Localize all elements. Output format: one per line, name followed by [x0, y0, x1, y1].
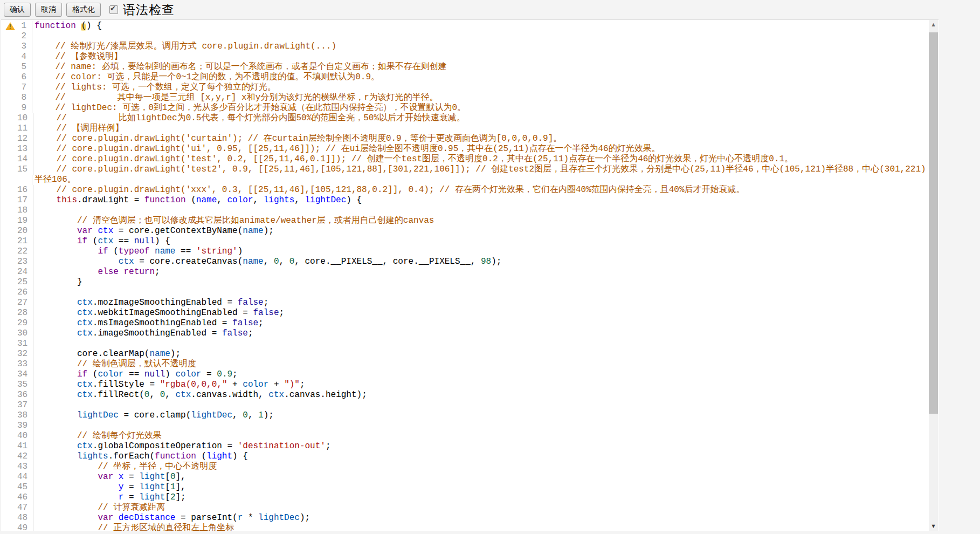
code-line[interactable]: if (ctx == null) { [33, 236, 929, 247]
code-token: null [144, 369, 165, 379]
code-token: = parseInt( [175, 513, 237, 523]
code-line[interactable]: ctx.imageSmoothingEnabled = false; [33, 328, 929, 339]
code-line[interactable]: 半径106。 [32, 175, 929, 185]
code-line[interactable]: // 绘制色调层，默认不透明度 [33, 359, 929, 369]
code-token: // 比如lightDec为0.5代表，每个灯光部分内圈50%的范围全亮，50%… [36, 113, 465, 123]
code-editor[interactable]: 1function () {23 // 绘制灯光/漆黑层效果。调用方式 core… [1, 19, 938, 531]
gutter: 20 [1, 226, 33, 236]
line-number: 28 [17, 308, 33, 318]
confirm-button[interactable]: 确认 [4, 3, 31, 17]
code-line[interactable]: // core.plugin.drawLight('ui', 0.95, [[2… [33, 144, 929, 154]
code-token [93, 226, 98, 236]
code-line[interactable]: // core.plugin.drawLight('xxx', 0.3, [[2… [33, 185, 929, 195]
gutter: 27 [1, 298, 33, 308]
code-line[interactable]: lights.forEach(function (light) { [33, 451, 929, 462]
code-token: y [119, 482, 124, 492]
code-row: 12 // core.plugin.drawLight('curtain'); … [1, 134, 929, 144]
code-token: [ [165, 472, 170, 482]
code-line[interactable]: ctx.fillStyle = "rgba(0,0,0," + color + … [33, 380, 929, 390]
code-line[interactable]: ctx.mozImageSmoothingEnabled = false; [33, 298, 929, 308]
line-number: 8 [17, 93, 32, 103]
code-row: 32 core.clearMap(name); [1, 349, 929, 359]
gutter: 23 [1, 257, 33, 267]
code-line[interactable]: function () { [32, 21, 929, 31]
code-line[interactable] [33, 400, 929, 410]
cancel-button[interactable]: 取消 [35, 3, 62, 17]
code-token [36, 226, 77, 236]
code-line[interactable]: ctx.msImageSmoothingEnabled = false; [33, 318, 929, 328]
code-line[interactable]: // 正方形区域的直径和左上角坐标 [33, 523, 929, 531]
code-line[interactable]: // 清空色调层；也可以修改成其它层比如animate/weather层，或者用… [33, 216, 929, 226]
scrollbar-up-button[interactable]: ▲ [929, 20, 938, 29]
line-number: 37 [17, 400, 33, 410]
code-line[interactable]: y = light[1], [33, 482, 929, 492]
code-rows[interactable]: 1function () {23 // 绘制灯光/漆黑层效果。调用方式 core… [1, 20, 929, 531]
code-token: 0 [160, 390, 165, 400]
code-line[interactable]: else return; [33, 267, 929, 277]
code-line[interactable] [33, 206, 929, 216]
code-line[interactable]: // 其中每一项是三元组 [x,y,r] x和y分别为该灯光的横纵坐标，r为该灯… [32, 93, 929, 103]
gutter-marker-cell [1, 523, 17, 531]
gutter-marker-cell [1, 175, 17, 185]
code-row: 42 lights.forEach(function (light) { [1, 451, 929, 462]
code-line[interactable]: // lights: 可选，一个数组，定义了每个独立的灯光。 [32, 83, 929, 93]
scrollbar-thumb[interactable] [929, 32, 938, 414]
code-line[interactable] [33, 421, 929, 431]
code-token: function [155, 451, 196, 461]
code-line[interactable]: this.drawLight = function (name, color, … [33, 195, 929, 206]
code-line[interactable]: r = light[2]; [33, 492, 929, 503]
code-token: false [253, 308, 279, 318]
code-line[interactable] [33, 339, 929, 349]
code-line[interactable] [32, 31, 929, 42]
code-row: 19 // 清空色调层；也可以修改成其它层比如animate/weather层，… [1, 216, 929, 226]
scrollbar-down-button[interactable]: ▼ [929, 522, 938, 531]
code-line[interactable]: lightDec = core.clamp(lightDec, 0, 1); [33, 410, 929, 421]
code-token: ) { [232, 451, 248, 461]
code-line[interactable]: // 【参数说明】 [32, 52, 929, 62]
code-line[interactable]: } [33, 277, 929, 287]
code-token: , [279, 257, 289, 266]
code-line[interactable]: if (color == null) color = 0.9; [33, 369, 929, 380]
code-line[interactable]: var x = light[0], [33, 472, 929, 482]
code-line[interactable]: // lightDec: 可选，0到1之间，光从多少百分比才开始衰减（在此范围内… [32, 103, 929, 113]
code-line[interactable]: // core.plugin.drawLight('curtain'); // … [33, 134, 929, 144]
code-line[interactable]: ctx.globalCompositeOperation = 'destinat… [33, 441, 929, 451]
code-line[interactable]: // 坐标，半径，中心不透明度 [33, 462, 929, 472]
code-line[interactable]: ctx.webkitImageSmoothingEnabled = false; [33, 308, 929, 318]
code-line[interactable]: // name: 必填，要绘制到的画布名；可以是一个系统画布，或者是个自定义画布… [32, 62, 929, 72]
code-line[interactable]: // 绘制每个灯光效果 [33, 431, 929, 441]
line-number: 20 [17, 226, 33, 236]
code-line[interactable]: ctx = core.createCanvas(name, 0, 0, core… [33, 257, 929, 267]
code-line[interactable]: // 计算衰减距离 [33, 503, 929, 513]
code-token [36, 257, 119, 266]
gutter: 31 [1, 339, 33, 349]
code-line[interactable]: core.clearMap(name); [33, 349, 929, 359]
code-token: ; [326, 441, 331, 451]
line-number: 6 [17, 72, 32, 83]
gutter-marker-cell [1, 369, 17, 380]
line-number: 16 [17, 185, 33, 195]
code-line[interactable]: // 绘制灯光/漆黑层效果。调用方式 core.plugin.drawLight… [32, 42, 929, 52]
syntax-check-checkbox[interactable]: ✔ [109, 5, 118, 14]
line-number: 26 [17, 287, 33, 298]
code-line[interactable]: // 比如lightDec为0.5代表，每个灯光部分内圈50%的范围全亮，50%… [33, 113, 929, 124]
code-line[interactable]: // 【调用样例】 [33, 124, 929, 134]
code-line[interactable]: var ctx = core.getContextByName(name); [33, 226, 929, 236]
vertical-scrollbar[interactable]: ▲ ▼ [929, 20, 938, 531]
code-line[interactable]: // core.plugin.drawLight('test', 0.2, [[… [33, 154, 929, 165]
code-line[interactable] [33, 287, 929, 298]
code-token: , [294, 195, 305, 205]
code-token: ctx [77, 308, 93, 318]
gutter: 28 [1, 308, 33, 318]
code-row: 23 ctx = core.createCanvas(name, 0, 0, c… [1, 257, 929, 267]
line-number: 33 [17, 359, 33, 369]
code-line[interactable]: var decDistance = parseInt(r * lightDec)… [33, 513, 929, 523]
code-line[interactable]: // core.plugin.drawLight('test2', 0.9, [… [33, 165, 929, 175]
code-line[interactable]: if (typeof name == 'string') [33, 247, 929, 257]
gutter-marker-cell [1, 154, 17, 165]
gutter: 11 [1, 124, 33, 134]
code-line[interactable]: ctx.fillRect(0, 0, ctx.canvas.width, ctx… [33, 390, 929, 400]
line-number: 45 [17, 482, 33, 492]
format-button[interactable]: 格式化 [66, 3, 101, 17]
code-line[interactable]: // color: 可选，只能是一个0~1之间的数，为不透明度的值。不填则默认为… [32, 72, 929, 83]
